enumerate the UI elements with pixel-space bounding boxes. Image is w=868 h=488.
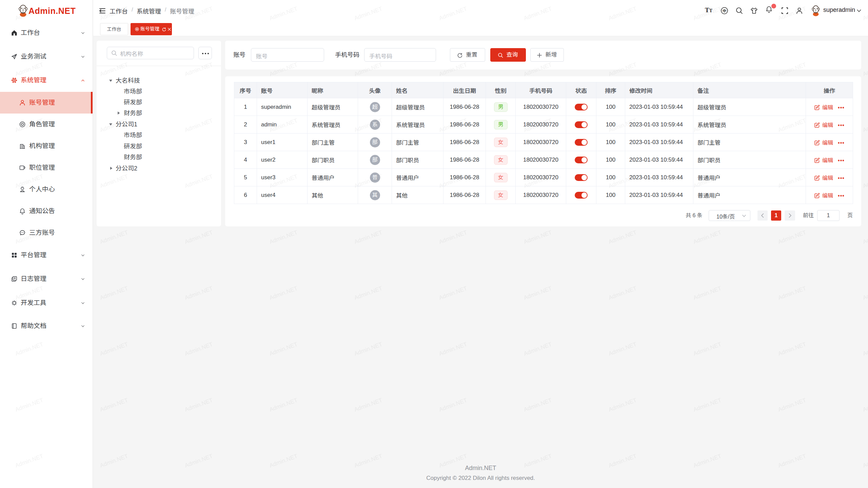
svg-text:中: 中 — [723, 9, 726, 13]
